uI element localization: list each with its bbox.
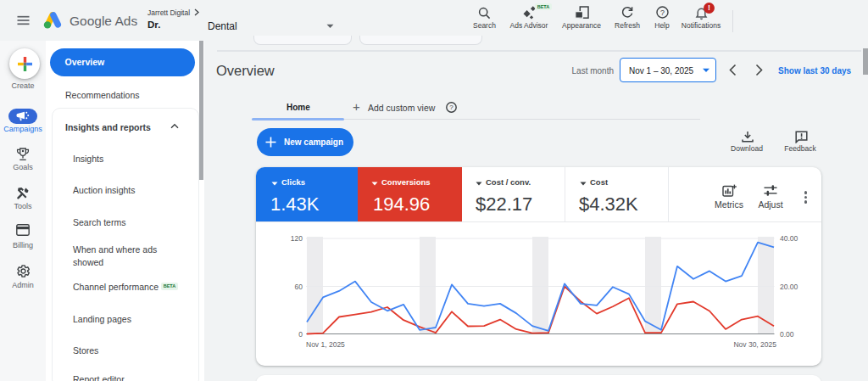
svg-text:Nov 1, 2025: Nov 1, 2025 [306, 340, 345, 349]
svg-text:0.00: 0.00 [780, 330, 794, 339]
svg-text:0: 0 [298, 330, 303, 339]
svg-text:?: ? [449, 104, 453, 111]
svg-text:20.00: 20.00 [780, 283, 798, 291]
svg-text:60: 60 [295, 283, 303, 291]
svg-text:?: ? [660, 8, 665, 17]
svg-text:Nov 30, 2025: Nov 30, 2025 [733, 340, 776, 349]
svg-text:40.00: 40.00 [780, 234, 798, 243]
svg-text:120: 120 [291, 234, 303, 243]
